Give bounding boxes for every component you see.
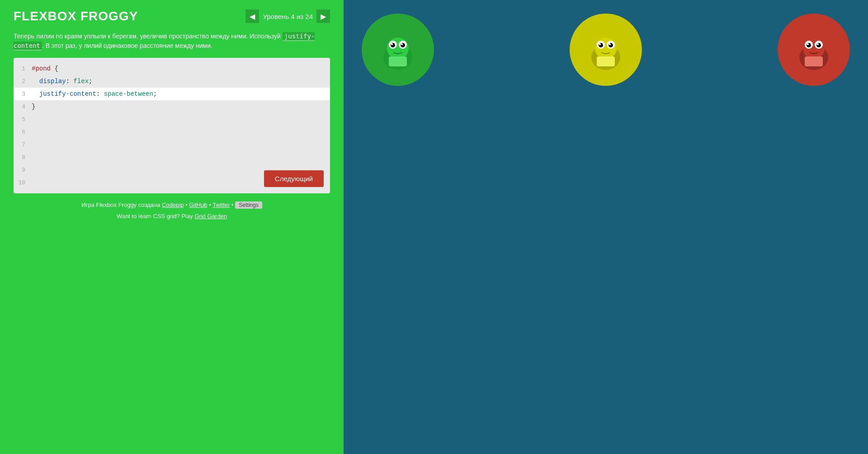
line-num-8: 8 [14,154,32,161]
svg-point-7 [401,43,403,45]
line-num-5: 5 [14,116,32,123]
footer-sep2: • [208,201,213,208]
line-num-6: 6 [14,129,32,136]
code-line-4: 4 } [14,100,330,113]
line-content-3: justify-content: space-between; [32,90,330,98]
github-link[interactable]: GitHub [189,201,207,208]
next-level-nav-button[interactable]: ▶ [316,9,330,23]
code-line-3[interactable]: 3 justify-content: space-between; [14,88,330,100]
codepip-link[interactable]: Codepip [162,201,184,208]
code-line-1: 1 #pond { [14,62,330,75]
level-label: Уровень 4 из 24 [263,13,313,20]
svg-point-13 [599,43,603,47]
svg-point-10 [595,37,617,59]
code-line-2: 2 display: flex; [14,75,330,88]
svg-point-19 [803,37,825,59]
frog-green-svg [373,25,423,75]
line-num-2: 2 [14,78,32,85]
svg-rect-26 [805,56,823,66]
footer: Игра Flexbox Froggy создана Codepip • Gi… [14,201,330,208]
description: Теперь лилии по краям уплыли к берегам, … [14,32,330,51]
logo: FLEXBOX FROGGY [14,9,138,23]
svg-point-4 [391,43,395,47]
frog-red-svg [789,25,839,75]
line-content-1: #pond { [32,65,330,72]
footer2: Want to learn CSS grid? Play Grid Garden [14,213,330,220]
svg-point-25 [817,43,819,45]
footer-sep1: • [184,201,189,208]
code-line-6: 6 [14,126,330,138]
twitter-link[interactable]: Twitter [212,201,230,208]
svg-point-24 [807,43,809,45]
left-panel: FLEXBOX FROGGY ◀ Уровень 4 из 24 ▶ Тепер… [0,0,344,454]
code-editor[interactable]: 1 #pond { 2 display: flex; 3 justify-con… [14,58,330,193]
svg-point-1 [387,37,409,59]
level-nav: ◀ Уровень 4 из 24 ▶ [245,9,330,23]
line-num-9: 9 [14,167,32,173]
line-content-2: display: flex; [32,78,330,85]
code-line-5: 5 [14,113,330,126]
code-line-8: 8 [14,151,330,164]
frog-red [778,14,850,86]
svg-point-23 [816,43,821,47]
svg-rect-8 [389,56,407,66]
line-content-4: } [32,103,330,110]
settings-link[interactable]: Settings [235,201,262,209]
frog-green [362,14,434,86]
line-num-3: 3 [14,91,32,98]
footer2-prefix: Want to learn CSS grid? Play [117,213,194,220]
line-num-10: 10 [14,179,32,186]
frog-yellow [570,14,642,86]
footer-prefix: Игра Flexbox Froggy создана [81,201,162,208]
prev-level-button[interactable]: ◀ [245,9,259,23]
code-line-7: 7 [14,138,330,151]
description-text-before: Теперь лилии по краям уплыли к берегам, … [14,33,283,40]
header: FLEXBOX FROGGY ◀ Уровень 4 из 24 ▶ [14,9,330,23]
line-num-4: 4 [14,103,32,110]
line-num-1: 1 [14,66,32,72]
next-button[interactable]: Следующий [264,170,324,187]
svg-point-5 [401,43,405,47]
svg-point-16 [609,43,611,45]
line-num-7: 7 [14,141,32,148]
svg-point-14 [609,43,613,47]
pond [344,0,868,454]
svg-point-6 [391,43,393,45]
svg-rect-17 [597,56,615,66]
description-text-after: . В этот раз, у лилий одинаковое расстоя… [42,42,212,49]
grid-garden-link[interactable]: Grid Garden [194,213,227,220]
svg-point-15 [599,43,601,45]
footer-sep3: • [230,201,236,208]
svg-point-22 [807,43,811,47]
frog-yellow-svg [581,25,631,75]
